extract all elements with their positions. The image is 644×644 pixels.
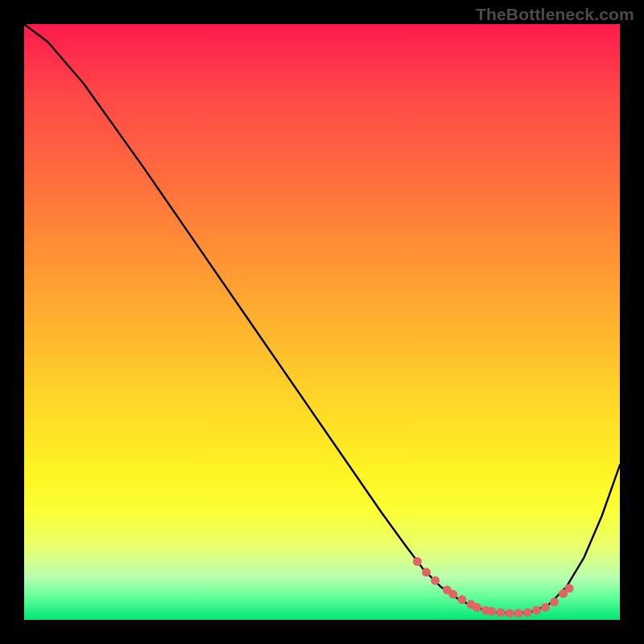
highlight-dot [506,609,514,617]
highlight-dot [523,609,532,617]
highlight-dot [431,576,440,585]
highlight-dot [422,568,431,576]
highlight-dot [497,609,506,617]
highlight-dot [514,609,523,617]
highlight-dot [487,607,496,616]
plot-area [24,24,620,620]
highlight-dot [541,603,550,612]
highlight-dot [413,557,422,566]
bottleneck-curve [24,24,620,613]
highlight-dot [457,595,466,604]
highlight-dot [550,597,559,606]
chart-svg [24,24,620,620]
highlight-dot [473,603,481,612]
highlight-dots [413,557,574,617]
highlight-dot [565,584,574,592]
watermark-text: TheBottleneck.com [476,5,634,24]
highlight-dot [532,606,541,615]
highlight-dot [448,590,457,599]
